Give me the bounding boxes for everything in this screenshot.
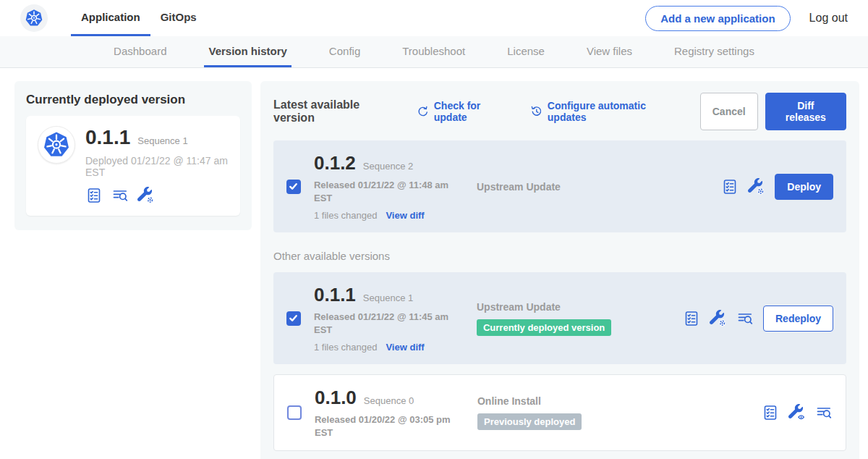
version-number: 0.1.2	[314, 152, 356, 174]
deploy-button[interactable]: Deploy	[775, 174, 833, 200]
version-source-label: Online Install	[477, 395, 684, 407]
version-source-label: Upstream Update	[477, 301, 683, 313]
released-timestamp: Released 01/21/22 @ 11:48 am EST	[314, 179, 455, 204]
add-application-button[interactable]: Add a new application	[645, 6, 790, 31]
view-config-icon[interactable]	[788, 404, 806, 421]
cancel-button[interactable]: Cancel	[700, 93, 758, 130]
topnav-tab-gitops[interactable]: GitOps	[150, 0, 207, 36]
deployed-timestamp: Deployed 01/21/22 @ 11:47 am EST	[85, 155, 229, 178]
subnav-tab-view-files[interactable]: View files	[582, 36, 637, 67]
version-checkbox[interactable]	[286, 180, 301, 194]
subnav-tab-license[interactable]: License	[503, 36, 549, 67]
currently-deployed-badge: Currently deployed version	[477, 319, 611, 336]
preflight-checks-icon[interactable]	[762, 404, 779, 421]
check-for-update-link[interactable]: Check for update	[417, 100, 514, 123]
top-nav: Application GitOps Add a new application…	[0, 0, 868, 36]
edit-config-icon[interactable]	[748, 178, 765, 195]
preflight-checks-icon[interactable]	[85, 187, 103, 204]
redeploy-button[interactable]: Redeploy	[763, 306, 833, 332]
edit-config-icon[interactable]	[710, 310, 727, 327]
version-sequence: Sequence 1	[363, 292, 413, 303]
files-changed-label: 1 files changed	[314, 210, 377, 221]
configure-updates-label: Configure automatic updates	[548, 100, 684, 123]
subnav-tab-troubleshoot[interactable]: Troubleshoot	[398, 36, 469, 67]
deployed-panel-title: Currently deployed version	[26, 93, 240, 107]
files-changed-label: 1 files changed	[314, 342, 377, 353]
logs-icon[interactable]	[815, 404, 833, 421]
version-number: 0.1.1	[314, 284, 356, 306]
diff-releases-button[interactable]: Diff releases	[765, 93, 846, 130]
subnav-tab-config[interactable]: Config	[325, 36, 365, 67]
deployed-version-sequence: Sequence 1	[137, 135, 187, 146]
view-diff-link[interactable]: View diff	[386, 342, 424, 353]
version-row-0-1-1: 0.1.1 Sequence 1 Released 01/21/22 @ 11:…	[273, 272, 846, 364]
version-number: 0.1.0	[315, 387, 357, 409]
latest-available-title: Latest available version	[273, 98, 401, 125]
version-row-0-1-0: 0.1.0 Sequence 0 Released 01/20/22 @ 03:…	[273, 374, 846, 451]
other-versions-title: Other available versions	[273, 250, 846, 262]
version-checkbox[interactable]	[286, 311, 301, 326]
logs-icon[interactable]	[111, 187, 129, 204]
deployed-version-number: 0.1.1	[85, 126, 130, 149]
clock-update-icon	[530, 105, 543, 118]
available-versions-panel: Latest available version Check for updat…	[260, 81, 859, 459]
preflight-checks-icon[interactable]	[683, 310, 700, 327]
view-diff-link[interactable]: View diff	[386, 210, 424, 221]
currently-deployed-panel: Currently deployed version 0.1.1 Sequenc…	[14, 81, 252, 230]
app-subnav: Dashboard Version history Config Trouble…	[0, 36, 868, 68]
released-timestamp: Released 01/20/22 @ 03:05 pm EST	[315, 413, 456, 439]
version-source-label: Upstream Update	[477, 181, 683, 193]
kubernetes-logo-icon	[20, 4, 48, 32]
edit-config-icon[interactable]	[137, 187, 155, 204]
version-checkbox[interactable]	[287, 405, 302, 420]
released-timestamp: Released 01/21/22 @ 11:45 am EST	[314, 311, 455, 336]
topnav-tab-application[interactable]: Application	[71, 0, 150, 36]
app-logo	[20, 0, 48, 36]
previously-deployed-badge: Previously deployed	[477, 413, 582, 430]
kubernetes-logo-icon	[38, 126, 75, 164]
refresh-icon	[417, 105, 430, 118]
configure-automatic-updates-link[interactable]: Configure automatic updates	[530, 100, 684, 123]
deployed-version-card: 0.1.1 Sequence 1 Deployed 01/21/22 @ 11:…	[26, 116, 240, 216]
version-sequence: Sequence 0	[364, 395, 414, 406]
version-sequence: Sequence 2	[363, 161, 413, 172]
preflight-checks-icon[interactable]	[721, 178, 739, 195]
logout-button[interactable]: Log out	[809, 12, 848, 25]
check-for-update-label: Check for update	[434, 100, 515, 123]
subnav-tab-registry-settings[interactable]: Registry settings	[670, 36, 759, 67]
subnav-tab-dashboard[interactable]: Dashboard	[109, 36, 171, 67]
subnav-tab-version-history[interactable]: Version history	[204, 36, 291, 67]
version-row-0-1-2: 0.1.2 Sequence 2 Released 01/21/22 @ 11:…	[273, 140, 846, 232]
logs-icon[interactable]	[736, 310, 754, 327]
